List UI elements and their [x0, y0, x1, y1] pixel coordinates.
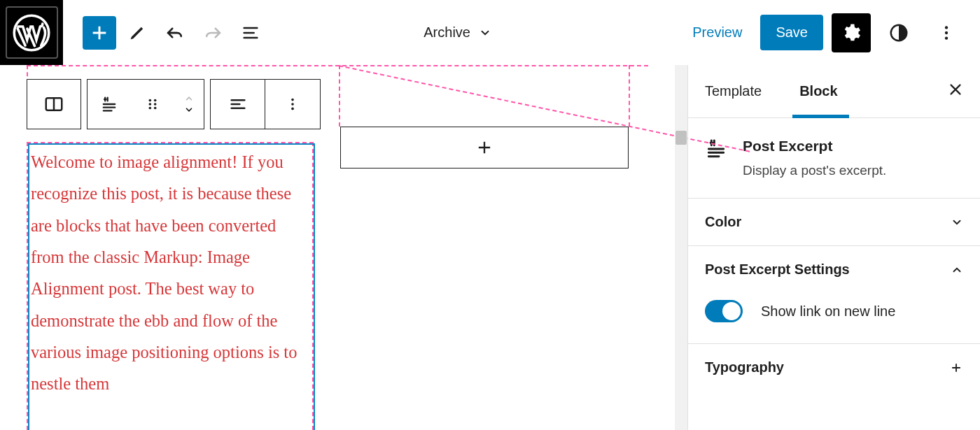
panel-color-title: Color	[705, 214, 741, 230]
block-card-description: Display a post's excerpt.	[743, 163, 886, 178]
undo-button[interactable]	[158, 16, 192, 50]
toolbar-segment-align	[210, 79, 321, 129]
half-circle-icon	[888, 22, 909, 43]
excerpt-text: Welcome to image alignment! If you recog…	[31, 152, 297, 393]
block-more-button[interactable]	[265, 80, 320, 129]
layout-guide	[27, 65, 648, 66]
tab-template[interactable]: Template	[688, 65, 783, 117]
plus-icon	[475, 138, 494, 157]
document-title-dropdown[interactable]: Archive	[424, 24, 491, 41]
svg-point-14	[291, 103, 294, 106]
settings-sidebar: Template Block Post Excerpt Display a po…	[687, 65, 980, 430]
kebab-icon	[285, 96, 300, 112]
chevron-up-icon	[951, 264, 963, 276]
align-left-icon	[228, 94, 248, 114]
document-title: Archive	[424, 24, 470, 41]
redo-button[interactable]	[196, 16, 230, 50]
panel-excerpt-settings[interactable]: Post Excerpt Settings	[688, 245, 980, 293]
toolbar-segment-transform	[87, 79, 204, 129]
plus-icon	[949, 361, 963, 375]
toggle-show-link-newline[interactable]	[705, 300, 743, 322]
chevron-up-icon[interactable]	[183, 94, 195, 103]
gear-icon	[841, 22, 862, 43]
chevron-down-icon	[479, 27, 491, 39]
panel-typography-title: Typography	[705, 359, 784, 375]
save-button[interactable]: Save	[760, 15, 823, 50]
chevron-down-icon[interactable]	[183, 105, 195, 115]
canvas-scrollbar[interactable]	[675, 65, 687, 430]
chevron-down-icon	[951, 216, 963, 229]
wordpress-logo-icon	[6, 6, 58, 59]
editor-top-bar: Archive Preview Save	[0, 0, 980, 65]
svg-point-7	[149, 99, 152, 102]
block-toolbar	[27, 79, 321, 129]
top-bar-right: Preview Save	[682, 13, 966, 52]
panel-settings-title: Post Excerpt Settings	[705, 261, 850, 278]
top-bar-left	[0, 0, 267, 65]
drag-icon	[145, 96, 160, 112]
sidebar-tabs: Template Block	[688, 65, 980, 118]
columns-icon	[43, 94, 64, 115]
layout-guide	[629, 65, 630, 127]
more-options-button[interactable]	[927, 13, 966, 52]
svg-point-3	[945, 31, 948, 34]
block-card: Post Excerpt Display a post's excerpt.	[688, 118, 980, 198]
svg-point-13	[291, 99, 294, 101]
styles-button[interactable]	[879, 13, 918, 52]
block-appender-button[interactable]	[340, 127, 629, 169]
svg-point-10	[154, 103, 157, 106]
edit-mode-button[interactable]	[120, 16, 154, 50]
svg-point-8	[154, 99, 157, 102]
main-area: Welcome to image alignment! If you recog…	[0, 65, 980, 430]
kebab-icon	[937, 24, 955, 42]
toggle-knob	[722, 302, 741, 320]
editor-canvas[interactable]: Welcome to image alignment! If you recog…	[0, 65, 675, 430]
block-card-text: Post Excerpt Display a post's excerpt.	[743, 138, 886, 178]
close-icon	[948, 82, 963, 97]
panel-typography[interactable]: Typography	[688, 343, 980, 391]
svg-point-12	[154, 107, 157, 110]
excerpt-icon	[99, 94, 119, 114]
wordpress-logo-button[interactable]	[0, 0, 63, 65]
svg-point-15	[291, 108, 294, 110]
add-block-inserter-button[interactable]	[83, 16, 116, 50]
post-excerpt-block[interactable]: Welcome to image alignment! If you recog…	[28, 143, 315, 430]
tab-set: Template Block	[688, 65, 859, 117]
svg-point-4	[945, 36, 948, 39]
scrollbar-thumb[interactable]	[676, 131, 687, 145]
top-tool-buttons	[83, 16, 267, 50]
excerpt-icon	[705, 138, 727, 160]
align-button[interactable]	[211, 80, 265, 129]
move-buttons	[174, 80, 204, 129]
setting-show-link-newline: Show link on new line	[688, 293, 980, 343]
settings-button[interactable]	[832, 13, 871, 52]
list-view-button[interactable]	[234, 16, 267, 50]
svg-point-2	[945, 26, 948, 29]
svg-point-9	[149, 103, 152, 106]
toggle-label: Show link on new line	[761, 303, 895, 320]
block-type-button[interactable]	[88, 80, 131, 129]
block-card-title: Post Excerpt	[743, 138, 886, 155]
canvas-wrapper: Welcome to image alignment! If you recog…	[0, 65, 675, 430]
tab-block[interactable]: Block	[783, 65, 858, 117]
panel-color[interactable]: Color	[688, 198, 980, 245]
preview-button[interactable]: Preview	[682, 17, 752, 48]
parent-block-button[interactable]	[27, 79, 81, 129]
close-sidebar-button[interactable]	[945, 78, 966, 106]
svg-point-11	[149, 107, 152, 110]
layout-guide	[339, 65, 340, 127]
drag-handle[interactable]	[131, 80, 174, 129]
